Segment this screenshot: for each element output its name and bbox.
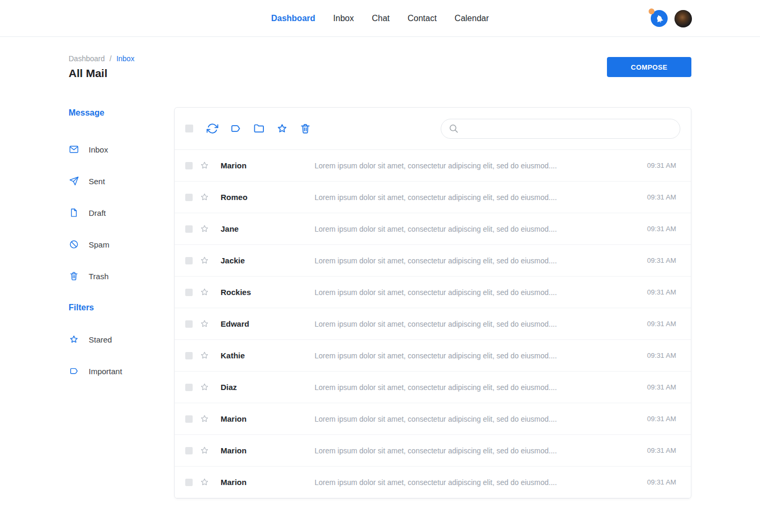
row-checkbox[interactable] bbox=[185, 289, 193, 296]
trash-icon[interactable] bbox=[299, 122, 311, 135]
mail-row[interactable]: Marion Lorem ipsum dolor sit amet, conse… bbox=[175, 403, 691, 435]
star-icon[interactable] bbox=[200, 414, 210, 424]
mail-sender: Marion bbox=[221, 161, 315, 170]
mail-row[interactable]: Kathie Lorem ipsum dolor sit amet, conse… bbox=[175, 340, 691, 372]
sidebar-item-trash[interactable]: Trash bbox=[69, 260, 174, 292]
mail-row[interactable]: Marion Lorem ipsum dolor sit amet, conse… bbox=[175, 150, 691, 182]
sidebar-section-message-title: Message bbox=[69, 108, 174, 118]
draft-file-icon bbox=[69, 207, 79, 218]
row-checkbox[interactable] bbox=[185, 479, 193, 486]
send-icon bbox=[69, 176, 79, 186]
page-head: Dashboard / Inbox All Mail COMPOSE bbox=[69, 54, 691, 80]
star-icon[interactable] bbox=[200, 255, 210, 265]
mail-row[interactable]: Edward Lorem ipsum dolor sit amet, conse… bbox=[175, 308, 691, 340]
message-list: Inbox Sent Draft Spam Trash bbox=[69, 134, 174, 292]
mail-sender: Jackie bbox=[221, 256, 315, 265]
mail-preview: Lorem ipsum dolor sit amet, consectetur … bbox=[315, 352, 636, 360]
notification-bell-icon[interactable] bbox=[651, 10, 668, 27]
search-icon bbox=[449, 124, 459, 134]
search-input[interactable] bbox=[463, 125, 672, 133]
star-icon[interactable] bbox=[200, 287, 210, 297]
row-checkbox[interactable] bbox=[185, 320, 193, 328]
mail-preview: Lorem ipsum dolor sit amet, consectetur … bbox=[315, 478, 636, 487]
mail-preview: Lorem ipsum dolor sit amet, consectetur … bbox=[315, 446, 636, 455]
star-icon[interactable] bbox=[200, 477, 210, 487]
mail-row[interactable]: Jane Lorem ipsum dolor sit amet, consect… bbox=[175, 213, 691, 245]
sidebar-item-spam[interactable]: Spam bbox=[69, 229, 174, 260]
mail-sender: Rockies bbox=[221, 288, 315, 297]
search-box bbox=[441, 119, 680, 139]
compose-button[interactable]: COMPOSE bbox=[607, 57, 691, 77]
star-icon[interactable] bbox=[200, 319, 210, 329]
sidebar-item-label: Draft bbox=[89, 208, 106, 217]
trash-icon bbox=[69, 271, 79, 281]
refresh-icon[interactable] bbox=[206, 122, 218, 135]
mail-sender: Marion bbox=[221, 414, 315, 423]
app-header: Dashboard Inbox Chat Contact Calendar bbox=[0, 0, 760, 37]
mail-row[interactable]: Jackie Lorem ipsum dolor sit amet, conse… bbox=[175, 245, 691, 277]
breadcrumb-separator: / bbox=[110, 54, 112, 63]
mail-sender: Edward bbox=[221, 319, 315, 328]
nav-item-dashboard[interactable]: Dashboard bbox=[271, 14, 316, 23]
nav-item-calendar[interactable]: Calendar bbox=[454, 14, 489, 23]
row-checkbox[interactable] bbox=[185, 225, 193, 233]
mail-toolbar bbox=[175, 108, 691, 150]
mail-panel: Marion Lorem ipsum dolor sit amet, conse… bbox=[174, 107, 691, 499]
sidebar-item-label: Spam bbox=[89, 240, 109, 249]
sidebar-item-label: Trash bbox=[89, 272, 109, 281]
breadcrumb: Dashboard / Inbox bbox=[69, 54, 135, 63]
mail-sender: Marion bbox=[221, 478, 315, 487]
mail-sender: Jane bbox=[221, 224, 315, 233]
sidebar-item-label: Stared bbox=[89, 335, 112, 344]
main-nav: Dashboard Inbox Chat Contact Calendar bbox=[271, 0, 489, 37]
folder-icon[interactable] bbox=[253, 122, 265, 135]
mail-time: 09:31 AM bbox=[647, 193, 676, 201]
select-all-checkbox[interactable] bbox=[185, 125, 193, 132]
mail-time: 09:31 AM bbox=[647, 446, 676, 454]
mail-row[interactable]: Rockies Lorem ipsum dolor sit amet, cons… bbox=[175, 277, 691, 308]
label-icon[interactable] bbox=[230, 122, 242, 135]
star-icon[interactable] bbox=[200, 224, 210, 234]
row-checkbox[interactable] bbox=[185, 447, 193, 454]
breadcrumb-inbox[interactable]: Inbox bbox=[116, 54, 134, 63]
sidebar-section-filters-title: Filters bbox=[69, 303, 174, 312]
row-checkbox[interactable] bbox=[185, 194, 193, 201]
mail-time: 09:31 AM bbox=[647, 383, 676, 391]
mail-icon bbox=[69, 144, 79, 155]
mail-list: Marion Lorem ipsum dolor sit amet, conse… bbox=[175, 150, 691, 498]
sidebar-item-label: Sent bbox=[89, 177, 105, 186]
row-checkbox[interactable] bbox=[185, 415, 193, 423]
nav-item-chat[interactable]: Chat bbox=[372, 14, 390, 23]
row-checkbox[interactable] bbox=[185, 257, 193, 264]
mail-time: 09:31 AM bbox=[647, 415, 676, 423]
mail-preview: Lorem ipsum dolor sit amet, consectetur … bbox=[315, 256, 636, 265]
sidebar-item-draft[interactable]: Draft bbox=[69, 197, 174, 229]
mail-row[interactable]: Romeo Lorem ipsum dolor sit amet, consec… bbox=[175, 182, 691, 213]
filters-list: Stared Important bbox=[69, 324, 174, 387]
nav-item-contact[interactable]: Contact bbox=[407, 14, 436, 23]
star-icon[interactable] bbox=[200, 445, 210, 455]
row-checkbox[interactable] bbox=[185, 352, 193, 359]
nav-item-inbox[interactable]: Inbox bbox=[333, 14, 354, 23]
sidebar-item-important[interactable]: Important bbox=[69, 355, 174, 387]
page-title: All Mail bbox=[69, 67, 135, 80]
row-checkbox[interactable] bbox=[185, 162, 193, 169]
sidebar-item-sent[interactable]: Sent bbox=[69, 165, 174, 197]
user-avatar[interactable] bbox=[674, 10, 692, 27]
star-icon[interactable] bbox=[276, 122, 288, 135]
row-checkbox[interactable] bbox=[185, 384, 193, 391]
star-icon[interactable] bbox=[200, 350, 210, 360]
mail-time: 09:31 AM bbox=[647, 320, 676, 328]
star-icon[interactable] bbox=[200, 160, 210, 170]
mail-row[interactable]: Marion Lorem ipsum dolor sit amet, conse… bbox=[175, 435, 691, 467]
star-icon[interactable] bbox=[200, 192, 210, 202]
star-icon[interactable] bbox=[200, 382, 210, 392]
mail-sidebar: Message Inbox Sent Draft Spam bbox=[69, 107, 174, 387]
sidebar-item-stared[interactable]: Stared bbox=[69, 324, 174, 355]
sidebar-item-inbox[interactable]: Inbox bbox=[69, 134, 174, 165]
notification-badge-dot bbox=[649, 8, 654, 14]
mail-preview: Lorem ipsum dolor sit amet, consectetur … bbox=[315, 320, 636, 328]
breadcrumb-dashboard[interactable]: Dashboard bbox=[69, 54, 105, 63]
mail-row[interactable]: Diaz Lorem ipsum dolor sit amet, consect… bbox=[175, 372, 691, 403]
mail-row[interactable]: Marion Lorem ipsum dolor sit amet, conse… bbox=[175, 467, 691, 498]
